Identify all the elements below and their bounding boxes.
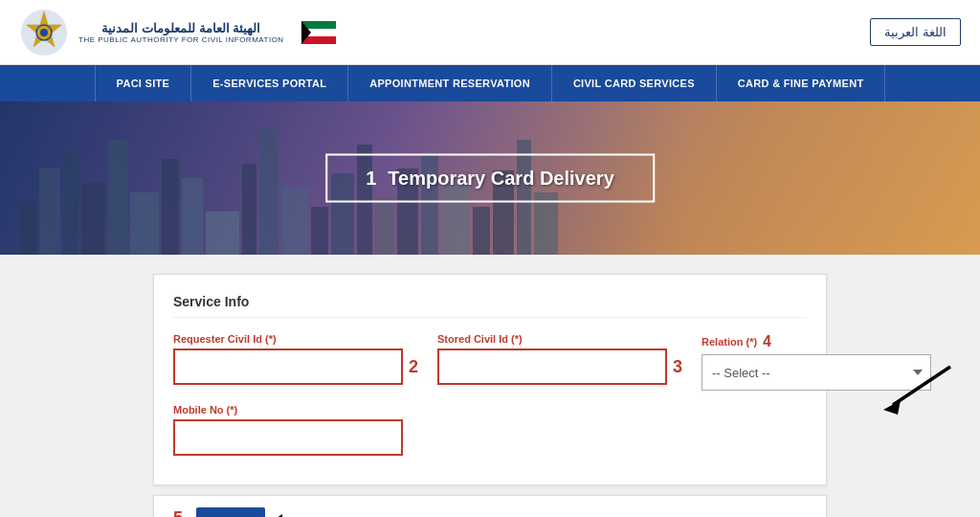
mobile-no-group: Mobile No (*)	[173, 404, 403, 456]
paci-emblem	[19, 8, 69, 57]
next-button[interactable]: Next	[196, 507, 265, 517]
mobile-no-input[interactable]	[173, 419, 403, 456]
svg-marker-9	[883, 400, 901, 415]
logo-english-text: THE PUBLIC AUTHORITY FOR CIVIL INFORMATI…	[78, 35, 284, 44]
step-5-label: 5	[173, 508, 183, 517]
header: الهيئة العامة للمعلومات المدنية THE PUBL…	[0, 0, 980, 65]
navigation-bar: PACI SITE E-SERVICES PORTAL APPOINTMENT …	[0, 65, 980, 101]
step-3-label: 3	[673, 357, 682, 377]
svg-point-3	[40, 29, 48, 36]
panel-title: Service Info	[173, 294, 807, 318]
nav-paci-site[interactable]: PACI SITE	[95, 65, 192, 101]
requester-civil-id-label: Requester Civil Id (*)	[173, 333, 418, 345]
step-4-label: 4	[763, 333, 771, 350]
bottom-action-panel: 5 Next	[153, 495, 827, 517]
requester-civil-id-input[interactable]	[173, 348, 403, 385]
bottom-left-area: 5 Next	[173, 507, 412, 517]
step-2-label: 2	[409, 357, 418, 377]
logo-arabic-text: الهيئة العامة للمعلومات المدنية	[101, 21, 260, 35]
nav-civil-card[interactable]: CIVIL CARD SERVICES	[552, 65, 717, 101]
form-row-2: Mobile No (*)	[173, 404, 807, 456]
service-info-panel: Service Info Requester Civil Id (*) 2 St…	[153, 274, 827, 485]
stored-civil-id-group: Stored Civil Id (*) 3	[437, 333, 682, 385]
nav-card-fine[interactable]: CARD & FINE PAYMENT	[717, 65, 886, 101]
stored-civil-id-label: Stored Civil Id (*)	[437, 333, 682, 345]
nav-appointment[interactable]: APPOINTMENT RESERVATION	[348, 65, 552, 101]
hero-step-number: 1	[366, 168, 376, 190]
requester-civil-id-group: Requester Civil Id (*) 2	[173, 333, 418, 385]
mobile-no-label: Mobile No (*)	[173, 404, 403, 416]
relation-select[interactable]: -- Select --	[702, 354, 931, 391]
stored-civil-id-input[interactable]	[437, 348, 667, 385]
relation-group: Relation (*) 4 -- Select --	[702, 333, 931, 391]
nav-e-services[interactable]: E-SERVICES PORTAL	[191, 65, 348, 101]
hero-banner: 1 Temporary Card Delivery	[0, 101, 980, 255]
hero-title-box: 1 Temporary Card Delivery	[325, 154, 655, 203]
logo-text: الهيئة العامة للمعلومات المدنية THE PUBL…	[78, 21, 284, 44]
kuwait-flag-icon	[301, 21, 336, 44]
relation-label-row: Relation (*) 4	[702, 333, 931, 350]
hero-title-text: Temporary Card Delivery	[388, 168, 613, 190]
form-row-1: Requester Civil Id (*) 2 Stored Civil Id…	[173, 333, 807, 391]
logo-area: الهيئة العامة للمعلومات المدنية THE PUBL…	[19, 8, 336, 57]
arabic-language-button[interactable]: اللغة العربية	[870, 18, 961, 46]
